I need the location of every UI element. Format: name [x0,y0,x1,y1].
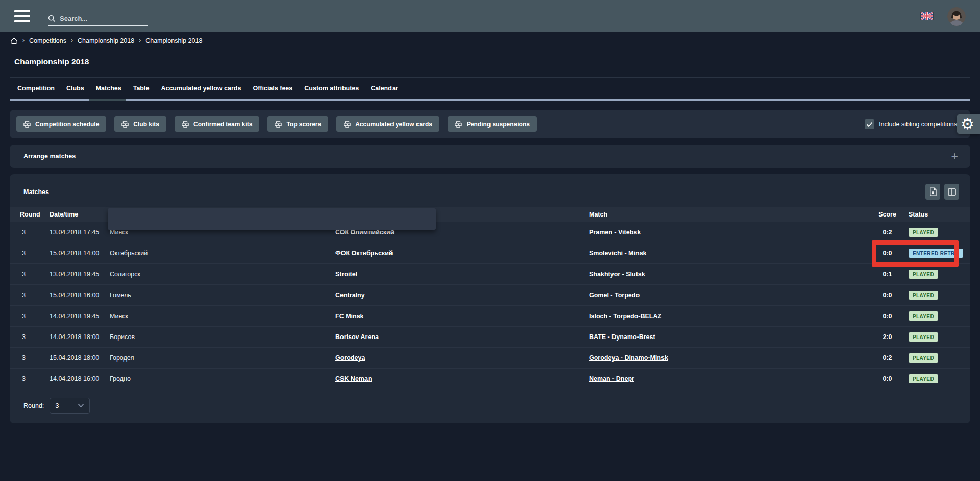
settings-flyout-button[interactable]: ⚙ [957,114,980,134]
round-cell: 3 [20,250,50,257]
language-flag-icon[interactable] [921,12,933,20]
match-link[interactable]: Isloch - Torpedo-BELAZ [589,312,662,320]
top-scorers-button[interactable]: Top scorers [267,116,328,132]
home-icon[interactable] [10,37,18,44]
include-sibling-checkbox[interactable] [865,119,874,129]
datetime-cell: 14.04.2018 16:00 [50,375,110,382]
city-cell: Гомель [110,292,335,299]
match-link[interactable]: Gomel - Torpedo [589,292,640,299]
breadcrumb-championship[interactable]: Championship 2018 [78,37,134,44]
city-cell: Гродно [110,375,335,382]
score-cell: 0:0 [873,292,901,299]
match-link[interactable]: Neman - Dnepr [589,375,634,382]
columns-icon [948,188,956,196]
stadium-link[interactable]: FC Minsk [335,312,364,320]
excel-file-icon [929,187,937,196]
tab-officials-fees[interactable]: Officials fees [253,78,292,99]
avatar[interactable] [947,7,966,26]
topbar [0,0,980,32]
round-cell: 3 [20,229,50,236]
accumulated-yellow-cards-button[interactable]: Accumulated yellow cards [336,116,439,132]
stadium-link[interactable]: Borisov Arena [335,333,379,341]
breadcrumb-competitions[interactable]: Competitions [29,37,66,44]
status-badge: PLAYED [909,353,938,363]
expand-plus-icon[interactable]: + [951,151,958,162]
round-cell: 3 [20,292,50,299]
tabs: CompetitionClubsMatchesTableAccumulated … [10,78,970,101]
stadium-link[interactable]: Stroitel [335,271,357,278]
columns-settings-button[interactable] [944,184,959,200]
search-icon [48,15,56,22]
breadcrumb-separator: › [139,37,141,44]
city-cell: Минск [110,312,335,320]
tab-calendar[interactable]: Calendar [371,78,398,99]
column-header-round: Round [20,211,50,218]
table-row: 3 13.04.2018 19:45 Солигорск Stroitel Sh… [10,263,970,284]
city-cell: Борисов [110,333,335,341]
status-badge: PLAYED [909,228,938,237]
score-cell: 0:2 [873,354,901,362]
tab-clubs[interactable]: Clubs [66,78,84,99]
match-link[interactable]: BATE - Dynamo-Brest [589,333,655,341]
topbar-right [921,7,966,26]
printer-icon [455,121,462,128]
empty-header-box [108,208,436,230]
arrange-matches-panel[interactable]: Arrange matches + [10,145,970,168]
search-input[interactable] [60,15,141,22]
tab-table[interactable]: Table [133,78,150,99]
report-buttons: Competition scheduleClub kitsConfirmed t… [16,116,545,132]
datetime-cell: 15.04.2018 16:00 [50,292,110,299]
confirmed-team-kits-button[interactable]: Confirmed team kits [175,116,259,132]
printer-icon [121,121,129,128]
city-cell: Октябрьский [110,250,335,257]
matches-table: RoundDate/timeMatchScoreStatus 3 13.04.2… [10,207,970,389]
search-box [48,15,148,26]
sibling-competitions-option: Include sibling competitions [865,119,970,129]
printer-icon [23,121,31,128]
match-link[interactable]: Smolevichi - Minsk [589,250,647,257]
stadium-link[interactable]: Gorodeya [335,354,365,362]
page-title: Championship 2018 [14,57,970,66]
score-cell: 0:1 [873,271,901,278]
gear-icon: ⚙ [961,115,974,132]
match-link[interactable]: Pramen - Vitebsk [589,229,641,236]
column-header-match: Match [589,211,873,218]
stadium-link[interactable]: ФОК Октябрьский [335,250,393,257]
main-content: Championship 2018 CompetitionClubsMatche… [0,57,980,423]
club-kits-button[interactable]: Club kits [114,116,166,132]
table-row: 3 15.04.2018 16:00 Гомель Centralny Gome… [10,284,970,305]
match-link[interactable]: Gorodeya - Dinamo-Minsk [589,354,668,362]
city-cell: Солигорск [110,271,335,278]
match-link[interactable]: Shakhtyor - Slutsk [589,271,645,278]
tab-matches[interactable]: Matches [96,78,121,99]
reports-panel: Competition scheduleClub kitsConfirmed t… [10,110,970,138]
round-cell: 3 [20,312,50,320]
tab-competition[interactable]: Competition [17,78,55,99]
breadcrumb-championship-2[interactable]: Championship 2018 [145,37,202,44]
table-row: 3 14.04.2018 18:00 Борисов Borisov Arena… [10,326,970,347]
hamburger-menu-icon[interactable] [14,10,30,22]
round-cell: 3 [20,354,50,362]
tab-custom-attributes[interactable]: Custom attributes [304,78,359,99]
tab-accumulated-yellow-cards[interactable]: Accumulated yellow cards [161,78,241,99]
table-row: 3 14.04.2018 16:00 Гродно CSK Neman Nema… [10,368,970,389]
round-label: Round: [23,402,44,410]
export-excel-button[interactable] [925,184,940,200]
breadcrumb-separator: › [71,37,73,44]
round-select[interactable]: 3 [50,398,90,414]
status-badge: ENTERED RETRO [909,249,963,258]
printer-icon [344,121,351,128]
printer-icon [182,121,189,128]
stadium-link[interactable]: Centralny [335,292,365,299]
competition-schedule-button[interactable]: Competition schedule [16,116,106,132]
stadium-link[interactable]: CSK Neman [335,375,372,382]
breadcrumb-separator: › [22,37,24,44]
score-cell: 0:0 [873,312,901,320]
matches-actions [925,184,959,200]
datetime-cell: 13.04.2018 19:45 [50,271,110,278]
pending-suspensions-button[interactable]: Pending suspensions [448,116,537,132]
status-badge: PLAYED [909,270,938,279]
table-row: 3 15.04.2018 18:00 Городея Gorodeya Goro… [10,347,970,368]
score-cell: 2:0 [873,333,901,341]
status-badge: PLAYED [909,311,938,321]
